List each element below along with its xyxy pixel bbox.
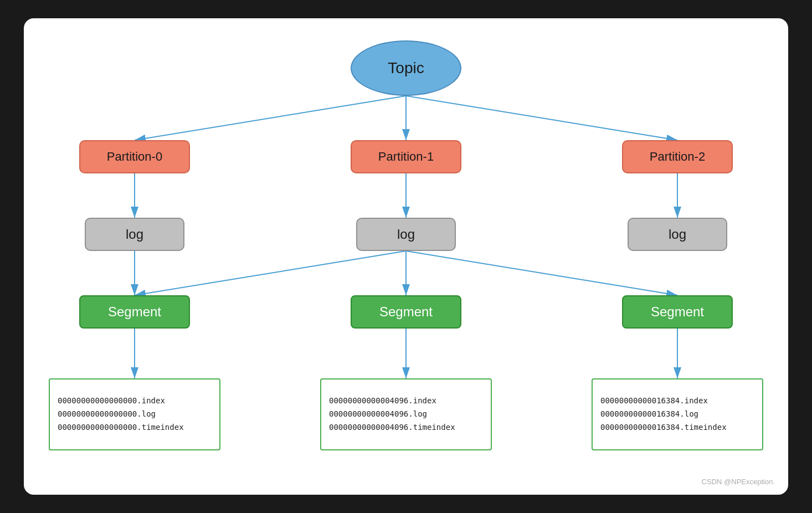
log-0-node: log [85, 218, 184, 251]
file-2-line-1: 00000000000016384.log [600, 408, 698, 421]
partition-1-node: Partition-1 [351, 140, 461, 173]
files-0-node: 00000000000000000.index 0000000000000000… [49, 378, 220, 450]
file-0-line-0: 00000000000000000.index [58, 394, 165, 408]
partition-0-label: Partition-0 [107, 150, 162, 164]
svg-line-3 [406, 96, 677, 140]
files-2-node: 00000000000016384.index 0000000000001638… [592, 378, 763, 450]
file-1-line-2: 00000000000004096.timeindex [329, 421, 455, 434]
diagram-card: Topic Partition-0 Partition-1 Partition-… [24, 18, 788, 495]
segment-2-node: Segment [622, 295, 733, 329]
file-0-line-2: 00000000000000000.timeindex [58, 421, 184, 434]
partition-0-node: Partition-0 [79, 140, 190, 173]
file-1-line-1: 00000000000004096.log [329, 408, 427, 421]
log-2-node: log [628, 218, 727, 251]
file-2-line-2: 00000000000016384.timeindex [600, 421, 727, 434]
topic-node: Topic [351, 40, 461, 96]
segment-1-node: Segment [351, 295, 461, 329]
svg-line-10 [406, 251, 677, 295]
file-1-line-0: 00000000000004096.index [329, 394, 436, 408]
svg-line-8 [135, 251, 406, 295]
file-0-line-1: 00000000000000000.log [58, 408, 156, 421]
segment-0-node: Segment [79, 295, 190, 329]
topic-label: Topic [388, 59, 424, 77]
svg-line-1 [135, 96, 406, 140]
files-1-node: 00000000000004096.index 0000000000000409… [320, 378, 492, 450]
watermark: CSDN @NPException. [702, 478, 775, 486]
segment-1-label: Segment [379, 304, 433, 320]
log-0-label: log [126, 227, 143, 242]
log-1-node: log [356, 218, 456, 251]
partition-1-label: Partition-1 [378, 150, 434, 164]
segment-0-label: Segment [108, 304, 161, 320]
log-2-label: log [669, 227, 686, 242]
partition-2-node: Partition-2 [622, 140, 733, 173]
log-1-label: log [397, 227, 415, 242]
partition-2-label: Partition-2 [650, 150, 705, 164]
file-2-line-0: 00000000000016384.index [600, 394, 708, 408]
segment-2-label: Segment [651, 304, 704, 320]
